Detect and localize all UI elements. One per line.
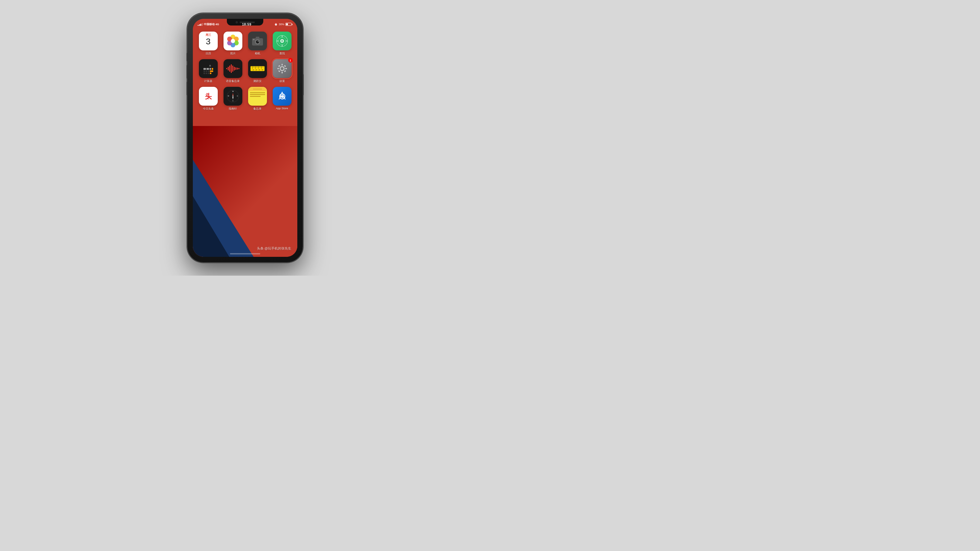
settings-badge: 1 [288,58,293,62]
appstore-svg: ⊕ [276,90,288,102]
settings-icon-wrapper: 1 [273,59,291,78]
svg-rect-34 [205,73,207,74]
svg-rect-45 [239,68,239,69]
calendar-date: 3 [206,37,211,46]
compass-label: 指南针 [229,107,237,111]
app-calculator[interactable]: 0 [197,59,219,83]
notes-label: 备忘录 [253,107,261,111]
svg-rect-42 [234,67,235,70]
app-findmy[interactable]: 查找 [271,32,293,56]
calculator-label: 计算器 [204,79,212,83]
svg-point-6 [231,39,235,43]
findmy-label: 查找 [279,52,285,56]
findmy-svg [276,35,288,47]
status-bar: 中国移动 4G 18:59 ⏰ 30% [193,21,298,28]
phone: 中国移动 4G 18:59 ⏰ 30% [188,13,303,262]
svg-rect-30 [205,70,207,72]
home-indicator[interactable] [230,253,260,254]
svg-rect-25 [204,68,206,70]
measure-svg: 10 20 30 40 [250,63,265,74]
svg-point-12 [258,41,258,42]
svg-rect-39 [229,65,230,71]
compass-icon: N S W E [224,87,242,106]
svg-rect-28 [212,68,213,70]
appstore-label: App Store [276,107,288,110]
svg-rect-36 [210,73,212,74]
svg-rect-8 [256,37,259,39]
power-button[interactable] [302,74,304,95]
volume-down-button[interactable] [186,82,188,95]
svg-rect-43 [235,67,236,70]
compass-svg: N S W E [226,90,240,103]
phone-body: 中国移动 4G 18:59 ⏰ 30% [188,13,303,262]
svg-rect-31 [208,70,209,72]
calendar-icon: 周三 3 [199,32,218,51]
measure-label: 测距仪 [253,79,261,83]
mute-button[interactable] [186,53,188,61]
calculator-icon: 0 [199,59,218,78]
calculator-svg: 0 [202,62,215,75]
svg-rect-40 [231,64,232,73]
camera-label: 相机 [255,52,260,56]
app-compass[interactable]: N S W E [222,87,244,111]
carrier-label: 中国移动 [204,22,215,26]
svg-rect-35 [208,73,209,74]
app-settings[interactable]: 1 设置 [271,59,293,83]
svg-rect-33 [204,73,205,74]
toutiao-label: 今日头条 [203,107,214,111]
alarm-icon: ⏰ [274,23,278,26]
photos-svg [226,34,240,48]
photos-icon [224,32,242,51]
photos-label: 照片 [230,52,235,56]
svg-rect-27 [210,68,211,70]
svg-text:W: W [228,95,229,97]
svg-rect-32 [210,70,213,72]
app-camera[interactable]: 相机 [246,32,269,56]
svg-text:30: 30 [258,69,260,71]
svg-rect-13 [253,39,255,40]
battery-icon [285,23,293,26]
voice-svg [225,62,240,75]
app-voicememos[interactable]: 语音备忘录 [222,59,244,83]
app-measure[interactable]: 10 20 30 40 测距仪 [246,59,269,83]
svg-point-80 [232,95,234,97]
time-display: 18:59 [242,22,251,26]
appstore-icon: ⊕ [273,87,291,106]
watermark: 头条 @玩手机的张先生 [257,246,291,251]
svg-text:20: 20 [255,69,257,71]
svg-text:40: 40 [261,69,263,71]
app-photos[interactable]: 照片 [222,32,244,56]
calendar-label: 日历 [205,52,211,56]
app-toutiao[interactable]: 头 条 今日头条 [197,87,219,111]
svg-rect-29 [204,70,205,72]
svg-text:条: 条 [207,98,209,100]
svg-rect-23 [204,64,213,67]
svg-point-18 [282,41,282,41]
svg-rect-26 [207,68,209,70]
toutiao-svg: 头 条 [202,90,215,103]
measure-icon: 10 20 30 40 [248,59,267,78]
app-appstore[interactable]: ⊕ App Store [271,87,293,111]
app-notes[interactable]: 备忘录 [246,87,269,111]
camera-icon [248,32,267,51]
toutiao-icon: 头 条 [199,87,218,106]
findmy-icon [273,32,291,51]
wallpaper-dark-blue [193,196,229,257]
volume-up-button[interactable] [186,65,188,79]
camera-svg [251,36,264,46]
app-grid: 周三 3 日历 [193,32,298,111]
app-calendar[interactable]: 周三 3 日历 [197,32,219,56]
battery-pct: 30% [279,23,284,26]
signal-icon [198,23,203,26]
notes-icon [248,87,267,106]
svg-text:10: 10 [252,69,254,71]
screen: 中国移动 4G 18:59 ⏰ 30% [193,19,298,257]
status-right: ⏰ 30% [274,23,293,26]
svg-text:0: 0 [209,64,211,67]
svg-rect-37 [226,68,227,69]
svg-rect-38 [228,67,229,70]
settings-label: 设置 [279,79,285,83]
svg-rect-41 [232,65,233,71]
svg-rect-44 [237,68,238,70]
voicememos-label: 语音备忘录 [226,79,240,83]
